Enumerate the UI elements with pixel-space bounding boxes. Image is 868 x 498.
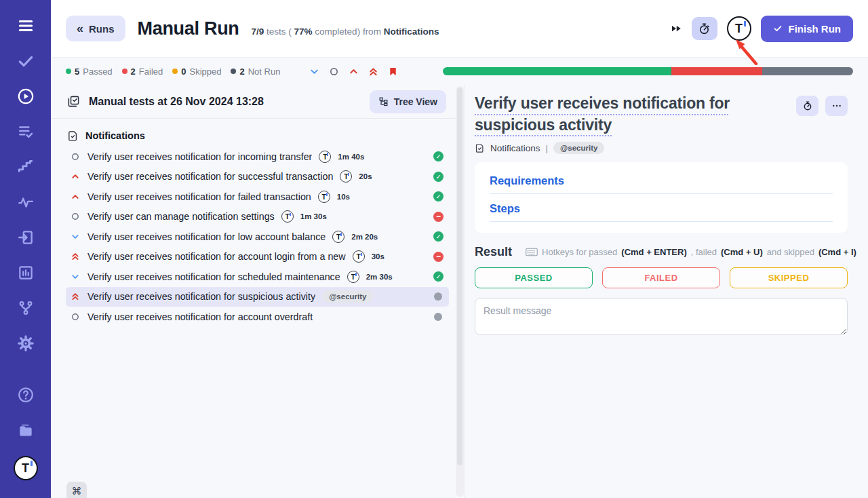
test-title: Verify user receives notification for ac… xyxy=(87,251,346,262)
steps-icon[interactable] xyxy=(16,157,35,176)
status-dot xyxy=(66,69,71,74)
document-icon xyxy=(475,143,485,153)
timer-button[interactable] xyxy=(796,96,818,116)
test-row[interactable]: Verify user receives notification for lo… xyxy=(66,227,449,247)
test-row[interactable]: Verify user receives notification for su… xyxy=(66,287,449,307)
status-passed-icon xyxy=(433,151,443,161)
chevron-down-icon xyxy=(70,271,81,282)
topbar: « Runs Manual Run 7/9 tests ( 77% comple… xyxy=(51,0,868,58)
test-title: Verify user receives notification for in… xyxy=(87,151,312,162)
status-filters xyxy=(309,66,398,77)
menu-icon[interactable] xyxy=(16,16,35,35)
test-duration: 2m 20s xyxy=(351,233,378,241)
status-row: 5Passed2Failed0Skipped2Not Run xyxy=(51,58,868,85)
progress-segment-notrun xyxy=(762,67,853,75)
status-notrun-icon xyxy=(434,292,442,301)
test-duration: 1m 30s xyxy=(300,212,327,221)
scrollbar-thumb[interactable] xyxy=(457,88,462,465)
test-row[interactable]: Verify user receives notification for sc… xyxy=(66,267,449,287)
timer-button[interactable] xyxy=(692,17,717,40)
test-title: Verify user receives notification for su… xyxy=(87,171,333,182)
test-row[interactable]: Verify user receives notification for fa… xyxy=(66,187,449,207)
result-header: Result Hotkeys for passed (Cmd + ENTER) … xyxy=(475,245,848,259)
command-key-hint: ⌘ xyxy=(66,482,87,498)
progress-segment-passed xyxy=(443,67,671,75)
bar-chart-icon[interactable] xyxy=(16,263,35,282)
count-skipped[interactable]: 0Skipped xyxy=(172,66,221,77)
test-row[interactable]: Verify user receives notification for su… xyxy=(66,167,449,187)
count-not-run[interactable]: 2Not Run xyxy=(231,66,280,77)
test-row[interactable]: Verify user can manage notification sett… xyxy=(66,207,449,227)
test-detail-title[interactable]: Verify user receives notification for su… xyxy=(475,93,783,136)
folder-icon[interactable] xyxy=(16,421,35,440)
test-run-icon xyxy=(67,95,80,108)
more-options-button[interactable] xyxy=(825,96,848,116)
activity-icon[interactable] xyxy=(16,193,35,212)
steps-heading[interactable]: Steps xyxy=(490,202,520,214)
suite-folder[interactable]: Notifications xyxy=(51,127,456,145)
status-failed-icon xyxy=(433,252,443,262)
detail-card: Requirements Steps xyxy=(475,162,848,233)
requirements-heading[interactable]: Requirements xyxy=(490,174,564,187)
status-dot xyxy=(122,69,127,74)
count-failed[interactable]: 2Failed xyxy=(122,66,163,77)
gear-icon[interactable] xyxy=(16,334,35,353)
test-row[interactable]: Verify user receives notification for in… xyxy=(66,147,449,167)
test-duration: 2m 30s xyxy=(366,273,393,281)
result-skipped-button[interactable]: SKIPPED xyxy=(730,267,848,288)
test-tag[interactable]: @security xyxy=(553,142,604,154)
requirements-section: Requirements xyxy=(490,174,833,194)
bookmark-icon[interactable] xyxy=(387,66,398,77)
tree-view-button[interactable]: Tree View xyxy=(370,90,446,113)
chevron-up-icon[interactable] xyxy=(348,66,359,77)
status-failed-icon xyxy=(433,212,443,222)
run-name: Manual tests at 26 Nov 2024 13:28 xyxy=(89,96,264,108)
result-failed-button[interactable]: FAILED xyxy=(602,267,720,288)
finish-run-button[interactable]: Finish Run xyxy=(761,16,854,42)
circle-icon xyxy=(70,311,81,322)
chevron-down-icon xyxy=(70,231,81,242)
main-area: « Runs Manual Run 7/9 tests ( 77% comple… xyxy=(51,0,868,498)
test-duration: 30s xyxy=(372,252,384,261)
test-title: Verify user receives notification for su… xyxy=(87,291,315,302)
keyboard-icon xyxy=(526,248,538,256)
check-icon[interactable] xyxy=(16,52,35,71)
play-circle-icon[interactable] xyxy=(16,87,35,106)
status-dot xyxy=(172,69,178,74)
help-icon[interactable] xyxy=(16,385,35,404)
checklist-icon[interactable] xyxy=(16,122,35,141)
breadcrumb-separator: | xyxy=(546,143,549,153)
logo-icon[interactable]: T xyxy=(14,456,38,480)
testomat-logo-icon: T xyxy=(353,250,365,263)
test-row[interactable]: Verify user receives notification for ac… xyxy=(66,307,449,327)
fast-forward-icon[interactable] xyxy=(670,22,682,35)
scrollbar[interactable] xyxy=(456,86,464,497)
status-notrun-icon xyxy=(434,313,442,321)
chevron-down-icon[interactable] xyxy=(309,66,319,77)
test-duration: 20s xyxy=(359,172,372,180)
result-passed-button[interactable]: PASSED xyxy=(475,267,593,288)
count-passed[interactable]: 5Passed xyxy=(66,66,113,77)
branch-icon[interactable] xyxy=(16,299,35,318)
breadcrumb-suite[interactable]: Notifications xyxy=(490,143,540,153)
topbar-actions: T Finish Run xyxy=(670,16,854,42)
double-chevron-up-icon[interactable] xyxy=(368,66,378,77)
test-row[interactable]: Verify user receives notification for ac… xyxy=(66,247,449,267)
status-passed-icon xyxy=(433,231,443,242)
circle-icon[interactable] xyxy=(328,66,339,77)
stopwatch-icon xyxy=(802,100,813,111)
back-to-runs-button[interactable]: « Runs xyxy=(66,16,125,41)
circle-icon xyxy=(70,151,81,162)
test-tag: @security xyxy=(322,290,373,303)
test-title: Verify user receives notification for ac… xyxy=(87,311,313,322)
breadcrumb: Notifications | @security xyxy=(475,142,848,154)
import-icon[interactable] xyxy=(16,228,35,247)
test-title: Verify user receives notification for lo… xyxy=(87,231,326,242)
status-passed-icon xyxy=(433,191,443,202)
test-title: Verify user receives notification for fa… xyxy=(87,191,311,202)
test-duration: 10s xyxy=(337,193,350,201)
test-list: Verify user receives notification for in… xyxy=(51,147,456,327)
progress-segment-failed xyxy=(671,67,762,75)
result-message-input[interactable] xyxy=(475,298,848,335)
chevron-up-icon xyxy=(70,171,81,182)
